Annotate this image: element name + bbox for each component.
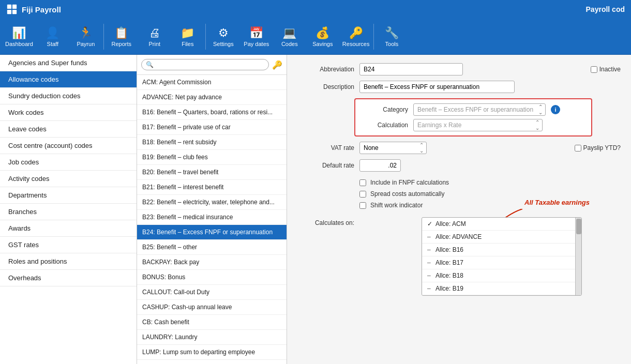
list-item[interactable]: NONTAX: Non-taxable component: [137, 360, 287, 364]
sidebar-item-costcentre[interactable]: Cost centre (account) codes: [0, 138, 137, 154]
list-search-bar: 🔍 🔑: [137, 55, 287, 75]
toolbar-paydates-label: Pay dates: [244, 41, 269, 47]
calculation-select[interactable]: Earnings x Rate: [413, 119, 543, 131]
search-icon: 🔍: [146, 61, 154, 68]
list-item[interactable]: B19: Benefit – club fees: [137, 150, 287, 165]
sidebar-item-awards[interactable]: Awards: [0, 220, 137, 237]
toolbar-resources[interactable]: 🔑 Resources: [339, 21, 373, 53]
calc-item[interactable]: – Allce: ADVANCE: [422, 231, 581, 244]
category-select-wrapper: Benefit – Excess FNPF or superannuation …: [413, 103, 546, 116]
toolbar-tools[interactable]: 🔧 Tools: [375, 21, 408, 53]
toolbar-staff[interactable]: 👤 Staff: [36, 21, 69, 53]
vat-select[interactable]: None: [359, 142, 427, 154]
calc-item[interactable]: – Allce: B18: [422, 269, 581, 282]
calc-item[interactable]: – Allce: B16: [422, 244, 581, 256]
list-item[interactable]: ADVANCE: Net pay advance: [137, 90, 287, 105]
list-item[interactable]: CB: Cash benefit: [137, 315, 287, 330]
list-item[interactable]: CASHUP: Cash-up annual leave: [137, 300, 287, 315]
sidebar-item-allowance[interactable]: Allowance codes: [0, 71, 137, 88]
description-input[interactable]: [359, 81, 515, 93]
default-rate-input[interactable]: [359, 159, 401, 172]
toolbar-savings-label: Savings: [312, 41, 333, 47]
include-fnpf-checkbox[interactable]: [359, 179, 366, 186]
abbreviation-input[interactable]: [359, 63, 463, 75]
list-item[interactable]: ACM: Agent Commission: [137, 75, 287, 90]
toolbar-dashboard[interactable]: 📊 Dashboard: [2, 21, 36, 53]
calc-item[interactable]: – Allce: B19: [422, 282, 581, 295]
payrun-icon: 🏃: [79, 26, 93, 40]
list-item[interactable]: B22: Benefit – electricity, water, telep…: [137, 195, 287, 210]
list-item[interactable]: B20: Benefit – travel benefit: [137, 165, 287, 180]
sidebar-item-roles[interactable]: Roles and positions: [0, 253, 137, 270]
payslip-ytd-label: Payslip YTD?: [583, 144, 621, 151]
toolbar-payrun[interactable]: 🏃 Payrun: [69, 21, 102, 53]
list-item[interactable]: B16: Benefit – Quarters, board, rations …: [137, 105, 287, 120]
description-label: Description: [297, 83, 354, 90]
toolbar-codes[interactable]: 💻 Codes: [273, 21, 306, 53]
toolbar-savings[interactable]: 💰 Savings: [306, 21, 339, 53]
search-wrapper[interactable]: 🔍: [141, 59, 269, 70]
sidebar-item-leave[interactable]: Leave codes: [0, 121, 137, 138]
payslip-ytd-checkbox[interactable]: [575, 145, 581, 151]
calculation-label: Calculation: [362, 122, 408, 129]
list-item[interactable]: B18: Benefit – rent subsidy: [137, 135, 287, 150]
sidebar-item-overheads[interactable]: Overheads: [0, 270, 137, 286]
sidebar-item-agencies[interactable]: Agencies and Super funds: [0, 55, 137, 71]
calc-dash-icon: –: [427, 259, 435, 266]
sidebar-item-branches[interactable]: Branches: [0, 204, 137, 220]
toolbar-paydates[interactable]: 📅 Pay dates: [240, 21, 273, 53]
list-item[interactable]: LAUNDRY: Laundry: [137, 330, 287, 345]
toolbar-tools-label: Tools: [385, 41, 399, 47]
paydates-icon: 📅: [249, 26, 263, 40]
calculation-select-wrapper: Earnings x Rate ⌃⌄: [413, 119, 543, 131]
toolbar-reports[interactable]: 📋 Reports: [105, 21, 138, 53]
spread-costs-checkbox[interactable]: [359, 191, 366, 198]
list-item[interactable]: BONUS: Bonus: [137, 270, 287, 285]
sidebar-item-gst[interactable]: GST rates: [0, 237, 137, 253]
sidebar-item-sundry[interactable]: Sundry deduction codes: [0, 88, 137, 104]
list-item[interactable]: LUMP: Lump sum to departing employee: [137, 345, 287, 360]
toolbar-sep-2: [205, 24, 206, 50]
inactive-checkbox[interactable]: [591, 66, 597, 73]
spread-costs-label: Spread costs automatically: [370, 190, 444, 198]
app-title: Fiji Payroll: [22, 5, 61, 14]
tools-icon: 🔧: [385, 26, 399, 40]
key-icon[interactable]: 🔑: [272, 60, 282, 70]
sidebar-item-work[interactable]: Work codes: [0, 104, 137, 121]
search-input[interactable]: [156, 61, 264, 68]
description-row: Description: [297, 81, 621, 93]
list-item[interactable]: B23: Benefit – medical insurance: [137, 210, 287, 225]
list-item[interactable]: BACKPAY: Back pay: [137, 255, 287, 270]
toolbar-files[interactable]: 📁 Files: [171, 21, 204, 53]
list-item[interactable]: B17: Benefit – private use of car: [137, 120, 287, 135]
toolbar-files-label: Files: [182, 41, 193, 47]
files-icon: 📁: [181, 26, 194, 40]
list-item[interactable]: B25: Benefit – other: [137, 240, 287, 255]
toolbar-print[interactable]: 🖨 Print: [138, 21, 171, 53]
category-row: Category Benefit – Excess FNPF or supera…: [362, 103, 585, 116]
spread-costs-row: Spread costs automatically: [297, 190, 621, 198]
list-item[interactable]: B21: Benefit – interest benefit: [137, 180, 287, 195]
sidebar-item-departments[interactable]: Departments: [0, 187, 137, 204]
category-select[interactable]: Benefit – Excess FNPF or superannuation: [413, 103, 546, 116]
default-rate-label: Default rate: [297, 162, 354, 169]
default-rate-row: Default rate: [297, 159, 621, 172]
list-item-selected[interactable]: B24: Benefit – Excess FNPF or superannua…: [137, 225, 287, 240]
calc-item[interactable]: ✓ Allce: ACM: [422, 218, 581, 231]
toolbar-settings[interactable]: ⚙ Settings: [207, 21, 240, 53]
payroll-code-label: Payroll cod: [586, 5, 625, 13]
calc-item[interactable]: – Allce: B17: [422, 256, 581, 269]
sidebar-item-job[interactable]: Job codes: [0, 154, 137, 171]
sidebar-item-activity[interactable]: Activity codes: [0, 171, 137, 187]
calc-scrollbar[interactable]: [575, 218, 581, 295]
list-item[interactable]: CALLOUT: Call-out Duty: [137, 285, 287, 300]
annotation-text: All Taxable earnings: [524, 199, 590, 206]
calculates-on-section: Calculates on: ✓ Allce: ACM – Allce: ADV…: [297, 217, 621, 296]
reports-icon: 📋: [114, 26, 128, 40]
list-items: ACM: Agent Commission ADVANCE: Net pay a…: [137, 75, 287, 364]
detail-panel: Abbreviation Inactive Description Catego…: [287, 55, 631, 364]
info-button[interactable]: i: [551, 105, 560, 114]
header-right: Payroll cod: [586, 5, 625, 13]
shift-work-checkbox[interactable]: [359, 202, 366, 209]
toolbar-print-label: Print: [149, 41, 161, 47]
